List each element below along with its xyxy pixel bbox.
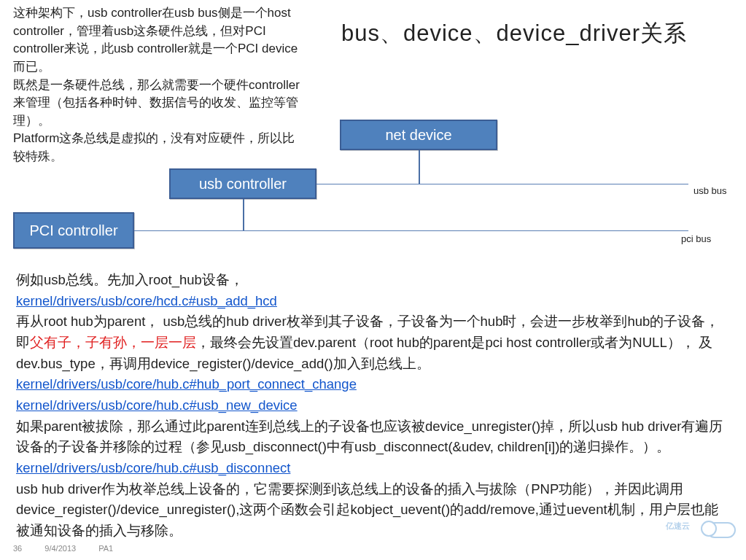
link-hub-port-connect-change[interactable]: kernel/drivers/usb/core/hub.c#hub_port_c… xyxy=(16,376,357,392)
box-pci-controller: PCI controller xyxy=(13,212,134,249)
box-usb-controller-label: usb controller xyxy=(199,176,287,192)
body-text: 例如usb总线。先加入root_hub设备， kernel/drivers/us… xyxy=(16,270,729,542)
footer-page: 36 xyxy=(13,544,22,553)
box-pci-controller-label: PCI controller xyxy=(29,222,117,239)
intro-p3: Platform这条总线是虚拟的，没有对应硬件，所以比较特殊。 xyxy=(13,130,305,166)
body-line-1: 例如usb总线。先加入root_hub设备， xyxy=(16,270,729,291)
footer: 36 9/4/2013 PA1 xyxy=(13,544,133,553)
usb-bus-label: usb bus xyxy=(693,185,727,196)
link-usb-disconnect[interactable]: kernel/drivers/usb/core/hub.c#usb_discon… xyxy=(16,460,290,475)
footer-tag: PA1 xyxy=(98,544,113,553)
pci-bus-line xyxy=(134,230,688,231)
body-line-2: 再从root hub为parent， usb总线的hub driver枚举到其子… xyxy=(16,311,729,374)
box-net-device-label: net device xyxy=(385,127,451,144)
usb-controller-connector xyxy=(243,199,244,230)
link-usb-new-device[interactable]: kernel/drivers/usb/core/hub.c#usb_new_de… xyxy=(16,397,298,413)
pci-bus-label: pci bus xyxy=(681,233,711,244)
intro-text: 这种架构下，usb controller在usb bus侧是一个host con… xyxy=(13,4,305,166)
watermark-text: 亿速云 xyxy=(666,521,690,532)
box-net-device: net device xyxy=(340,120,497,150)
link-usb-add-hcd[interactable]: kernel/drivers/usb/core/hcd.c#usb_add_hc… xyxy=(16,293,277,308)
page-title: bus、device、device_driver关系 xyxy=(341,18,687,49)
body-line-4: usb hub driver作为枚举总线上设备的，它需要探测到该总线上的设备的插… xyxy=(16,479,729,542)
box-usb-controller: usb controller xyxy=(169,168,316,199)
intro-p1: 这种架构下，usb controller在usb bus侧是一个host con… xyxy=(13,4,305,77)
body-line-3: 如果parent被拔除，那么通过此parent连到总线上的子设备也应该被devi… xyxy=(16,416,729,458)
net-device-connector xyxy=(419,150,420,184)
body-line-2-red: 父有子，子有孙，一层一层 xyxy=(30,335,196,350)
intro-p2: 既然是一条硬件总线，那么就需要一个硬件controller来管理（包括各种时钟、… xyxy=(13,77,305,131)
watermark-logo: 亿速云 xyxy=(689,516,736,538)
usb-bus-line xyxy=(316,184,688,184)
footer-date: 9/4/2013 xyxy=(44,544,76,553)
